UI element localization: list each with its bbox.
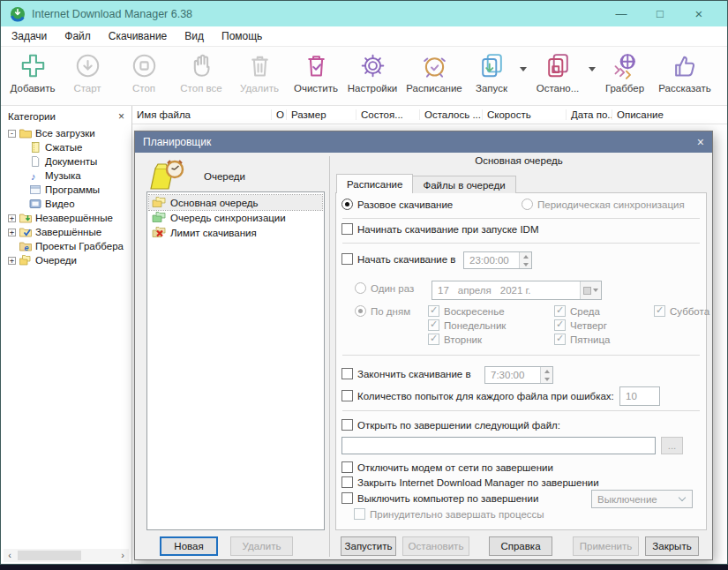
- start-queue-dialog-button[interactable]: Запустить: [341, 536, 396, 556]
- tree-item-music[interactable]: ♪ Музыка: [6, 169, 131, 183]
- help-button[interactable]: Справка: [489, 536, 552, 556]
- stop-download-at-checkbox[interactable]: Закончить скачивание в: [341, 368, 471, 379]
- tab-strip: Расписание Файлы в очереди: [336, 174, 516, 193]
- tree-item-grabber-projects[interactable]: e Проекты Граббера: [6, 239, 131, 253]
- column-filename[interactable]: Имя файла: [132, 109, 272, 120]
- column-size[interactable]: Размер: [287, 109, 356, 120]
- scrollbar-thumb[interactable]: [18, 551, 81, 560]
- start-at-launch-checkbox[interactable]: Начинать скачивание при запуске IDM: [341, 223, 538, 235]
- zip-file-icon: [29, 142, 41, 153]
- grabber-globe-icon: [611, 51, 640, 80]
- tree-item-programs[interactable]: Программы: [6, 183, 131, 197]
- folder-icon: [19, 128, 32, 139]
- start-queue-button[interactable]: Запуск: [467, 51, 516, 94]
- column-timeleft[interactable]: Осталось ...: [420, 109, 483, 120]
- open-file-path-input[interactable]: [341, 437, 656, 454]
- new-queue-button[interactable]: Новая: [160, 536, 218, 556]
- menu-file[interactable]: Файл: [56, 30, 100, 42]
- radio-disabled: [522, 199, 533, 210]
- open-file-checkbox[interactable]: Открыть по завершении следующий файл:: [341, 419, 560, 431]
- column-q[interactable]: О: [272, 109, 287, 120]
- days-column-2: Среда Четверг Пятница: [554, 305, 611, 345]
- tree-item-queues[interactable]: + Очереди: [6, 253, 131, 267]
- categories-close-icon[interactable]: ×: [118, 110, 124, 123]
- spin-up-icon: [520, 252, 531, 260]
- minimize-button[interactable]: —: [602, 7, 641, 20]
- expand-icon[interactable]: +: [8, 257, 16, 265]
- clear-list-button[interactable]: Очистить: [289, 51, 343, 94]
- toolbar: Добавить Старт Стоп Стоп все Удалит: [1, 47, 727, 106]
- program-window-icon: [29, 184, 41, 195]
- tree-item-video[interactable]: Видео: [6, 197, 131, 211]
- title-bar: Internet Download Manager 6.38 — □ ×: [1, 1, 727, 26]
- scheduler-dialog: Планировщик × Очереди Основная очередь О…: [134, 131, 713, 560]
- dialog-close-icon[interactable]: ×: [697, 135, 704, 149]
- tree-item-unfinished[interactable]: + Незавершённые: [6, 211, 131, 225]
- expand-icon[interactable]: +: [8, 229, 16, 236]
- column-speed[interactable]: Скорость: [483, 109, 567, 120]
- stop-icon: [130, 51, 159, 80]
- start-time-spinner: 23:00:00: [463, 251, 532, 269]
- add-url-button[interactable]: Добавить: [6, 51, 59, 94]
- exit-idm-checkbox[interactable]: Закрыть Internet Download Manager по зав…: [341, 476, 599, 488]
- scroll-left-icon[interactable]: ‹: [4, 550, 16, 561]
- once-date-picker: 17 апреля 2021 г.: [432, 281, 602, 300]
- queue-item-sync[interactable]: Очередь синхронизации: [149, 210, 322, 225]
- queue-item-limit[interactable]: Лимит скачивания: [149, 225, 322, 240]
- stop-download-button: Стоп: [116, 51, 172, 94]
- stop-all-hand-icon: [187, 51, 216, 80]
- expand-icon[interactable]: +: [8, 214, 16, 222]
- tree-item-documents[interactable]: Документы: [6, 154, 131, 169]
- day-wednesday-checkbox: Среда: [554, 305, 611, 317]
- column-date[interactable]: Дата по...: [567, 109, 612, 120]
- menu-downloads[interactable]: Скачивание: [100, 30, 176, 42]
- tell-friends-button[interactable]: Рассказать: [650, 51, 719, 94]
- retries-input: 10: [619, 386, 660, 406]
- tab-files-in-queue[interactable]: Файлы в очереди: [413, 176, 515, 193]
- column-description[interactable]: Описание: [612, 109, 709, 120]
- menu-tasks[interactable]: Задачи: [3, 30, 56, 42]
- delete-button: Удалить: [230, 51, 289, 94]
- queue-item-main[interactable]: Основная очередь: [149, 195, 322, 210]
- stop-queue-button[interactable]: Остано...: [530, 51, 585, 94]
- grabber-button[interactable]: Граббер: [599, 51, 650, 94]
- start-queue-dropdown[interactable]: [516, 51, 530, 71]
- maximize-button[interactable]: □: [641, 7, 679, 20]
- alarm-clock-icon: [420, 51, 449, 80]
- gear-icon: [358, 51, 387, 80]
- add-icon: [19, 51, 48, 80]
- close-dialog-button[interactable]: Закрыть: [645, 536, 699, 556]
- calendar-dropdown-icon: [580, 281, 601, 299]
- collapse-icon[interactable]: -: [8, 130, 16, 138]
- stop-queue-dropdown[interactable]: [585, 51, 599, 71]
- tab-schedule[interactable]: Расписание: [336, 174, 413, 193]
- stop-queue-dialog-button: Остановить: [402, 536, 469, 556]
- day-sunday-checkbox: Воскресенье: [428, 305, 506, 317]
- scroll-right-icon[interactable]: ›: [116, 550, 129, 561]
- categories-title: Категории: [8, 111, 56, 122]
- selected-queue-title: Основная очередь: [331, 155, 707, 166]
- options-button[interactable]: Настройки: [343, 51, 402, 94]
- close-button[interactable]: ×: [679, 6, 718, 21]
- svg-text:♪: ♪: [31, 171, 36, 182]
- folder-download-icon: [19, 213, 32, 223]
- start-download-at-checkbox[interactable]: Начать скачивание в: [341, 253, 455, 265]
- menu-view[interactable]: Вид: [176, 30, 213, 42]
- tree-item-finished[interactable]: + Завершённые: [6, 225, 131, 239]
- day-thursday-checkbox: Четверг: [554, 319, 611, 331]
- shutdown-checkbox[interactable]: Выключить компьютер по завершении: [341, 492, 538, 504]
- start-queue-icon: [477, 51, 507, 80]
- scheduler-button[interactable]: Расписание: [402, 51, 467, 94]
- stacked-folders-icon: [19, 255, 32, 266]
- hangup-modem-checkbox[interactable]: Отключить модем от сети по завершении: [341, 461, 553, 473]
- start-icon: [73, 51, 102, 80]
- tree-item-compressed[interactable]: Сжатые: [6, 140, 131, 154]
- categories-panel: Категории × - Все загрузки Сжатые Докуме…: [1, 106, 132, 564]
- tree-item-all-downloads[interactable]: - Все загрузки: [6, 126, 131, 140]
- combo-chevron-icon: [679, 494, 686, 501]
- menu-help[interactable]: Помощь: [213, 30, 271, 42]
- column-status[interactable]: Состоя...: [356, 109, 420, 120]
- one-time-download-radio[interactable]: Разовое скачивание: [341, 199, 453, 210]
- sidebar-horizontal-scrollbar[interactable]: ‹ ›: [4, 549, 129, 562]
- retries-checkbox[interactable]: Количество попыток для каждого файла при…: [341, 390, 614, 401]
